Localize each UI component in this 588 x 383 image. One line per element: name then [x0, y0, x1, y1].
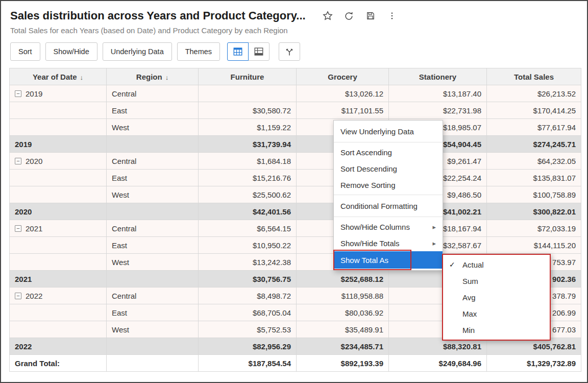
submenu-item-label: Avg	[462, 293, 476, 302]
toolbar-button-sort[interactable]: Sort	[10, 42, 40, 61]
toolbar-button-themes[interactable]: Themes	[177, 42, 220, 61]
furniture-value-cell[interactable]: $30,756.75	[199, 271, 297, 288]
year-cell[interactable]: −2019	[10, 85, 107, 102]
total-value-cell[interactable]: $274,245.71	[487, 136, 581, 153]
stationery-value-cell[interactable]: $13,187.40	[389, 85, 487, 102]
region-cell[interactable]: East	[107, 304, 199, 321]
total-value-cell[interactable]: $144,115.20	[487, 237, 581, 254]
column-header-stationery[interactable]: Stationery	[389, 68, 487, 85]
more-options-icon[interactable]	[386, 10, 398, 21]
furniture-value-cell[interactable]: $5,752.53	[199, 321, 297, 338]
furniture-value-cell[interactable]: $8,498.72	[199, 288, 297, 304]
total-value-cell[interactable]: $64,232.05	[487, 153, 581, 170]
furniture-value-cell[interactable]: $13,242.38	[199, 254, 297, 271]
cell-value: $6,564.15	[257, 224, 291, 233]
year-cell[interactable]: −2020	[10, 153, 107, 170]
region-cell[interactable]: West	[107, 119, 199, 136]
region-cell[interactable]: West	[107, 321, 199, 338]
total-value-cell[interactable]: $300,822.01	[487, 203, 581, 220]
region-cell[interactable]: East	[107, 170, 199, 186]
grocery-value-cell[interactable]: $35,489.91	[297, 321, 389, 338]
year-cell	[10, 170, 107, 186]
furniture-value-cell[interactable]: $10,950.22	[199, 237, 297, 254]
grocery-value-cell[interactable]: $117,101.55	[297, 102, 389, 119]
furniture-value-cell[interactable]: $6,564.15	[199, 220, 297, 237]
submenu-item-sum[interactable]: Sum	[443, 273, 550, 289]
furniture-value-cell[interactable]: $1,684.18	[199, 153, 297, 170]
menu-item-conditional-formatting[interactable]: Conditional Formatting	[334, 197, 443, 215]
toolbar-button-show-hide[interactable]: Show/Hide	[45, 42, 97, 61]
cell-value: $18,985.07	[443, 123, 481, 132]
year-cell[interactable]: −2021	[10, 220, 107, 237]
stationery-value-cell[interactable]: $249,684.96	[389, 355, 487, 372]
region-cell[interactable]: East	[107, 237, 199, 254]
collapse-icon[interactable]: −	[15, 158, 21, 164]
year-cell[interactable]: −2022	[10, 288, 107, 304]
furniture-value-cell[interactable]: $42,401.56	[199, 203, 297, 220]
menu-item-show-total-as[interactable]: Show Total As	[334, 251, 443, 269]
furniture-value-cell[interactable]: $31,739.94	[199, 136, 297, 153]
stationery-value-cell[interactable]: $22,731.98	[389, 102, 487, 119]
toolbar-button-underlying-data[interactable]: Underlying Data	[103, 42, 172, 61]
sort-descending-icon[interactable]: ↓	[80, 74, 84, 81]
total-value-cell[interactable]: $100,758.89	[487, 186, 581, 203]
region-cell[interactable]: Central	[107, 288, 199, 304]
total-value-cell[interactable]: $1,329,732.89	[487, 355, 581, 372]
menu-item-sort-ascending[interactable]: Sort Ascending	[334, 144, 443, 160]
region-cell[interactable]: West	[107, 186, 199, 203]
submenu-item-max[interactable]: Max	[443, 305, 550, 322]
column-header-total-sales[interactable]: Total Sales	[487, 68, 581, 85]
menu-item-show-hide-totals[interactable]: Show/Hide Totals▸	[334, 235, 443, 251]
total-value-cell[interactable]: $170,414.25	[487, 102, 581, 119]
grocery-value-cell[interactable]: $234,485.71	[297, 338, 389, 355]
furniture-value-cell[interactable]: $15,216.76	[199, 170, 297, 186]
column-header-year-of-date[interactable]: Year of Date↓	[10, 68, 107, 85]
save-icon[interactable]	[365, 10, 376, 21]
table-grid-icon	[233, 47, 243, 56]
grocery-value-cell[interactable]: $252,688.12	[297, 271, 389, 288]
grocery-value-cell[interactable]: $13,026.12	[297, 85, 389, 102]
menu-item-view-underlying-data[interactable]: View Underlying Data	[334, 122, 443, 140]
collapse-icon[interactable]: −	[15, 293, 21, 299]
grocery-value-cell[interactable]: $80,036.92	[297, 304, 389, 321]
region-cell[interactable]: Central	[107, 153, 199, 170]
region-cell[interactable]: Central	[107, 85, 199, 102]
column-header-region[interactable]: Region↓	[107, 68, 199, 85]
collapse-icon[interactable]: −	[15, 225, 21, 232]
furniture-value-cell[interactable]: $68,705.04	[199, 304, 297, 321]
sort-descending-icon[interactable]: ↓	[165, 74, 169, 81]
total-value-cell[interactable]: $26,213.52	[487, 85, 581, 102]
favorite-star-icon[interactable]	[322, 10, 333, 21]
submenu-item-avg[interactable]: Avg	[443, 289, 550, 305]
total-value-cell[interactable]: $135,831.07	[487, 170, 581, 186]
column-header-grocery[interactable]: Grocery	[297, 68, 389, 85]
total-value-cell[interactable]: $72,033.19	[487, 220, 581, 237]
furniture-value-cell[interactable]: $25,500.62	[199, 186, 297, 203]
grid-view-button[interactable]	[227, 42, 249, 61]
collapse-icon[interactable]: −	[15, 90, 21, 97]
region-cell[interactable]: Central	[107, 220, 199, 237]
menu-item-show-hide-columns[interactable]: Show/Hide Columns▸	[334, 219, 443, 235]
menu-item-label: Show Total As	[340, 256, 388, 265]
summary-view-button[interactable]	[248, 42, 270, 61]
total-value-cell[interactable]: $77,617.94	[487, 119, 581, 136]
menu-item-remove-sorting[interactable]: Remove Sorting	[334, 177, 443, 193]
year-cell: 2021	[10, 271, 107, 288]
furniture-value-cell[interactable]: $187,854.54	[199, 355, 297, 372]
region-label: East	[112, 174, 127, 182]
submenu-item-actual[interactable]: ✓Actual	[443, 256, 550, 273]
region-cell[interactable]: East	[107, 102, 199, 119]
collapse-columns-button[interactable]	[279, 42, 300, 61]
grocery-value-cell[interactable]: $118,958.88	[297, 288, 389, 304]
submenu-item-min[interactable]: Min	[443, 322, 550, 338]
furniture-value-cell[interactable]: $82,956.29	[199, 338, 297, 355]
grocery-value-cell[interactable]: $892,193.39	[297, 355, 389, 372]
column-header-furniture[interactable]: Furniture	[199, 68, 297, 85]
furniture-value-cell[interactable]	[199, 85, 297, 102]
furniture-value-cell[interactable]: $30,580.72	[199, 102, 297, 119]
refresh-icon[interactable]	[344, 10, 355, 21]
furniture-value-cell[interactable]: $1,159.22	[199, 119, 297, 136]
region-cell[interactable]: West	[107, 254, 199, 271]
year-cell	[10, 254, 107, 271]
menu-item-sort-descending[interactable]: Sort Descending	[334, 160, 443, 177]
